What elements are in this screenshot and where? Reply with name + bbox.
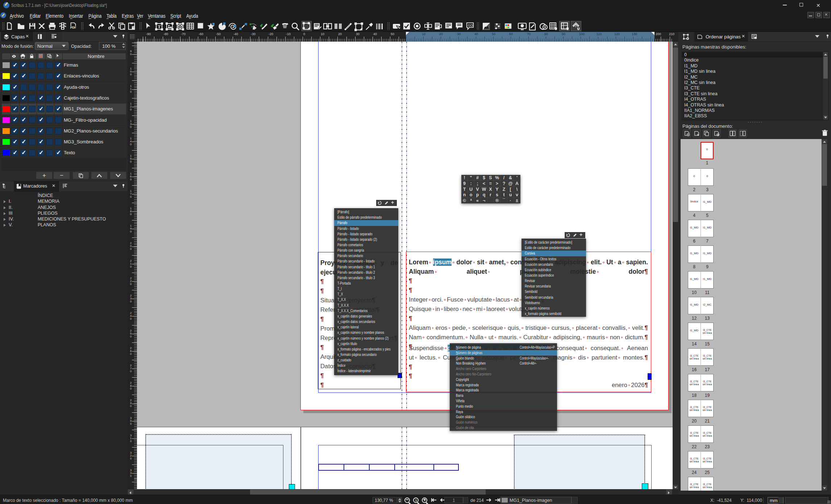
svg-text:T: T bbox=[158, 24, 161, 29]
svg-text:PDF: PDF bbox=[70, 26, 76, 29]
svg-text:GO: GO bbox=[468, 24, 473, 27]
